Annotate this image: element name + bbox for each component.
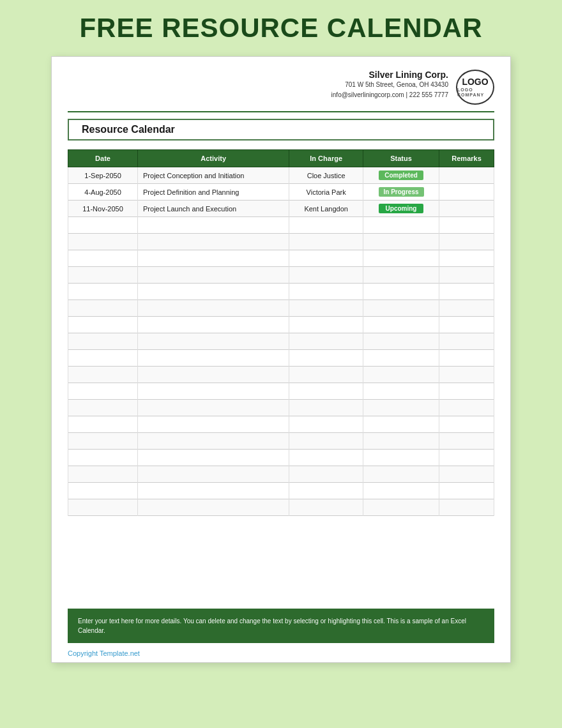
status-badge: Completed	[379, 171, 423, 180]
cell-remarks-empty	[439, 400, 494, 416]
cell-remarks-empty	[439, 367, 494, 383]
page-title: FREE RESOURCE CALENDAR	[79, 13, 482, 43]
status-badge: In Progress	[379, 187, 424, 197]
col-header-status: Status	[363, 150, 439, 167]
cell-status-empty	[363, 383, 439, 400]
cell-status-empty	[363, 433, 439, 450]
resource-table: Date Activity In Charge Status Remarks 1…	[68, 149, 494, 516]
footer-note: Enter your text here for more details. Y…	[68, 609, 494, 643]
cell-incharge-empty	[289, 367, 363, 383]
cell-status-empty	[363, 416, 439, 433]
company-name: Silver Lining Corp.	[331, 70, 448, 80]
company-logo: LOGO LOGO COMPANY	[456, 70, 494, 105]
cell-status-empty	[363, 267, 439, 284]
table-row	[68, 450, 494, 466]
cell-activity-empty	[138, 350, 289, 367]
cell-incharge-empty	[289, 416, 363, 433]
table-row	[68, 284, 494, 300]
cell-activity-empty	[138, 284, 289, 300]
doc-inner: Silver Lining Corp. 701 W 5th Street, Ge…	[68, 70, 494, 609]
cell-activity-empty	[138, 317, 289, 333]
cell-status-empty	[363, 450, 439, 466]
cell-activity-empty	[138, 416, 289, 433]
cell-date: 1-Sep-2050	[68, 167, 138, 184]
cell-incharge-empty	[289, 250, 363, 267]
header-section: Silver Lining Corp. 701 W 5th Street, Ge…	[68, 70, 494, 112]
cell-date-empty	[68, 284, 138, 300]
cell-incharge: Kent Langdon	[289, 201, 363, 217]
cell-activity: Project Definition and Planning	[138, 184, 289, 201]
cell-incharge-empty	[289, 350, 363, 367]
cell-date-empty	[68, 499, 138, 516]
table-header-row: Date Activity In Charge Status Remarks	[68, 150, 494, 167]
cell-activity-empty	[138, 217, 289, 234]
cell-remarks-empty	[439, 350, 494, 367]
cell-remarks	[439, 167, 494, 184]
cell-incharge: Victoria Park	[289, 184, 363, 201]
table-row	[68, 466, 494, 483]
cell-status-empty	[363, 317, 439, 333]
table-row	[68, 317, 494, 333]
table-row: 11-Nov-2050 Project Launch and Execution…	[68, 201, 494, 217]
cell-activity-empty	[138, 433, 289, 450]
cell-activity-empty	[138, 466, 289, 483]
table-row	[68, 483, 494, 499]
col-header-incharge: In Charge	[289, 150, 363, 167]
cell-incharge-empty	[289, 217, 363, 234]
cell-remarks-empty	[439, 317, 494, 333]
table-row	[68, 300, 494, 317]
cell-incharge-empty	[289, 234, 363, 250]
calendar-title-box: Resource Calendar	[68, 119, 494, 140]
table-row	[68, 333, 494, 350]
cell-remarks-empty	[439, 300, 494, 317]
cell-remarks-empty	[439, 499, 494, 516]
table-row: 1-Sep-2050 Project Conception and Initia…	[68, 167, 494, 184]
table-row	[68, 234, 494, 250]
cell-activity-empty	[138, 499, 289, 516]
cell-incharge-empty	[289, 466, 363, 483]
cell-incharge-empty	[289, 400, 363, 416]
table-row	[68, 367, 494, 383]
table-row	[68, 383, 494, 400]
cell-status: In Progress	[363, 184, 439, 201]
cell-incharge-empty	[289, 383, 363, 400]
cell-date: 11-Nov-2050	[68, 201, 138, 217]
cell-status-empty	[363, 284, 439, 300]
cell-remarks-empty	[439, 416, 494, 433]
cell-remarks-empty	[439, 383, 494, 400]
cell-date-empty	[68, 466, 138, 483]
cell-date-empty	[68, 367, 138, 383]
cell-remarks-empty	[439, 217, 494, 234]
cell-incharge-empty	[289, 333, 363, 350]
table-row	[68, 250, 494, 267]
cell-incharge-empty	[289, 483, 363, 499]
cell-incharge-empty	[289, 300, 363, 317]
company-address: 701 W 5th Street, Genoa, OH 43430	[331, 80, 448, 90]
col-header-activity: Activity	[138, 150, 289, 167]
table-row	[68, 400, 494, 416]
cell-remarks-empty	[439, 250, 494, 267]
cell-remarks-empty	[439, 466, 494, 483]
logo-subtext: LOGO COMPANY	[457, 87, 493, 98]
cell-incharge-empty	[289, 317, 363, 333]
table-row: 4-Aug-2050 Project Definition and Planni…	[68, 184, 494, 201]
cell-remarks-empty	[439, 333, 494, 350]
document-wrapper: Silver Lining Corp. 701 W 5th Street, Ge…	[51, 56, 511, 663]
cell-date-empty	[68, 483, 138, 499]
cell-activity-empty	[138, 400, 289, 416]
cell-incharge-empty	[289, 267, 363, 284]
copyright-text: Copyright Template.net	[68, 644, 140, 662]
cell-date-empty	[68, 350, 138, 367]
cell-activity-empty	[138, 450, 289, 466]
cell-activity-empty	[138, 300, 289, 317]
cell-status: Completed	[363, 167, 439, 184]
cell-date-empty	[68, 300, 138, 317]
table-row	[68, 499, 494, 516]
cell-remarks	[439, 184, 494, 201]
cell-status-empty	[363, 333, 439, 350]
cell-incharge-empty	[289, 284, 363, 300]
cell-activity-empty	[138, 250, 289, 267]
cell-status-empty	[363, 466, 439, 483]
cell-status-empty	[363, 250, 439, 267]
copyright-area: Copyright Template.net	[52, 643, 510, 662]
